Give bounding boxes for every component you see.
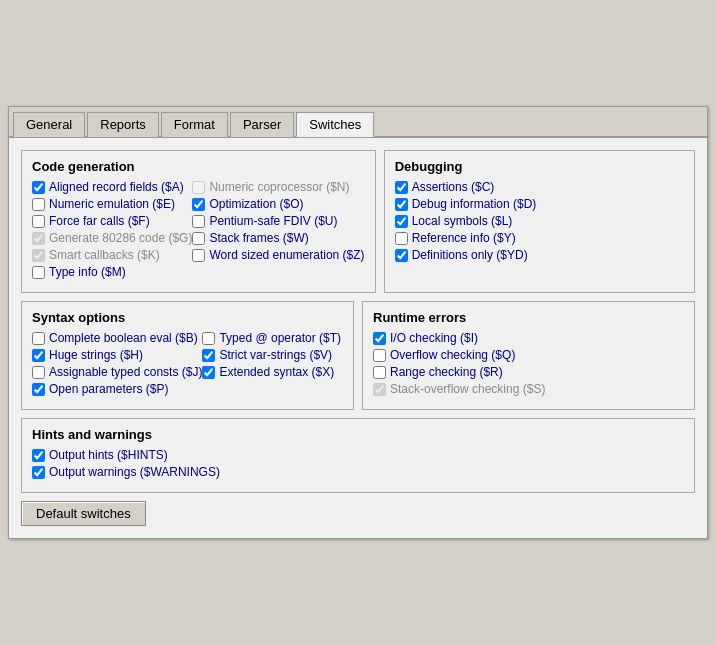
checkbox[interactable] <box>395 232 408 245</box>
checkbox-row: Assertions ($C) <box>395 180 684 194</box>
checkbox-label: Numeric coprocessor ($N) <box>209 180 349 194</box>
checkbox-row: Pentium-safe FDIV ($U) <box>192 214 364 228</box>
checkbox-label: Pentium-safe FDIV ($U) <box>209 214 337 228</box>
checkbox-row: Local symbols ($L) <box>395 214 684 228</box>
syntax-left: Complete boolean eval ($B)Huge strings (… <box>32 331 202 399</box>
checkbox[interactable] <box>32 266 45 279</box>
checkbox-row: Complete boolean eval ($B) <box>32 331 202 345</box>
checkbox-label: Huge strings ($H) <box>49 348 143 362</box>
checkbox-label: Strict var-strings ($V) <box>219 348 332 362</box>
content-area: Code generation Aligned record fields ($… <box>9 138 707 538</box>
tab-switches[interactable]: Switches <box>296 112 374 137</box>
checkbox-label: Aligned record fields ($A) <box>49 180 184 194</box>
checkbox <box>373 383 386 396</box>
checkbox-label: Output warnings ($WARNINGS) <box>49 465 220 479</box>
checkbox-label: Reference info ($Y) <box>412 231 516 245</box>
checkbox <box>32 232 45 245</box>
checkbox-label: Typed @ operator ($T) <box>219 331 341 345</box>
checkbox-label: Definitions only ($YD) <box>412 248 528 262</box>
checkbox-row: Numeric emulation ($E) <box>32 197 192 211</box>
checkbox-row: Strict var-strings ($V) <box>202 348 343 362</box>
checkbox[interactable] <box>32 449 45 462</box>
checkbox[interactable] <box>32 332 45 345</box>
checkbox-label: Generate 80286 code ($G) <box>49 231 192 245</box>
checkbox-row: Stack-overflow checking ($S) <box>373 382 684 396</box>
syntax-panel: Syntax options Complete boolean eval ($B… <box>21 301 354 410</box>
checkbox[interactable] <box>192 215 205 228</box>
checkbox[interactable] <box>202 332 215 345</box>
checkbox[interactable] <box>192 232 205 245</box>
checkbox-label: Complete boolean eval ($B) <box>49 331 198 345</box>
checkbox-row: Definitions only ($YD) <box>395 248 684 262</box>
checkbox-label: Range checking ($R) <box>390 365 503 379</box>
checkbox-row: Reference info ($Y) <box>395 231 684 245</box>
tab-general[interactable]: General <box>13 112 85 137</box>
code-generation-title: Code generation <box>32 159 365 174</box>
checkbox-row: Output warnings ($WARNINGS) <box>32 465 684 479</box>
tab-parser[interactable]: Parser <box>230 112 294 137</box>
checkbox-row: Debug information ($D) <box>395 197 684 211</box>
code-generation-left: Aligned record fields ($A)Numeric emulat… <box>32 180 365 282</box>
checkbox[interactable] <box>202 349 215 362</box>
checkbox-row: Overflow checking ($Q) <box>373 348 684 362</box>
checkbox-row: Force far calls ($F) <box>32 214 192 228</box>
checkbox-label: Type info ($M) <box>49 265 126 279</box>
checkbox-row: Word sized enumeration ($Z) <box>192 248 364 262</box>
checkbox-row: Type info ($M) <box>32 265 192 279</box>
checkbox[interactable] <box>395 181 408 194</box>
checkbox[interactable] <box>32 383 45 396</box>
runtime-panel: Runtime errors I/O checking ($I)Overflow… <box>362 301 695 410</box>
checkbox-label: Word sized enumeration ($Z) <box>209 248 364 262</box>
checkbox-label: Assignable typed consts ($J) <box>49 365 202 379</box>
checkbox-label: Assertions ($C) <box>412 180 495 194</box>
checkbox <box>192 181 205 194</box>
hints-title: Hints and warnings <box>32 427 684 442</box>
checkbox[interactable] <box>32 366 45 379</box>
runtime-title: Runtime errors <box>373 310 684 325</box>
checkbox[interactable] <box>395 215 408 228</box>
checkbox-label: Local symbols ($L) <box>412 214 513 228</box>
checkbox[interactable] <box>32 349 45 362</box>
checkbox-row: Assignable typed consts ($J) <box>32 365 202 379</box>
checkbox-label: Stack-overflow checking ($S) <box>390 382 545 396</box>
checkbox-row: Optimization ($O) <box>192 197 364 211</box>
checkbox-row: Open parameters ($P) <box>32 382 202 396</box>
code-generation-panel: Code generation Aligned record fields ($… <box>21 150 376 293</box>
checkbox[interactable] <box>32 466 45 479</box>
syntax-right: Typed @ operator ($T)Strict var-strings … <box>202 331 343 399</box>
checkbox[interactable] <box>373 366 386 379</box>
checkbox[interactable] <box>373 332 386 345</box>
tab-bar: General Reports Format Parser Switches <box>9 107 707 138</box>
checkbox-row: Numeric coprocessor ($N) <box>192 180 364 194</box>
debugging-title: Debugging <box>395 159 684 174</box>
checkbox[interactable] <box>373 349 386 362</box>
checkbox[interactable] <box>202 366 215 379</box>
syntax-title: Syntax options <box>32 310 343 325</box>
checkbox[interactable] <box>32 198 45 211</box>
checkbox-row: Huge strings ($H) <box>32 348 202 362</box>
checkbox <box>32 249 45 262</box>
checkbox-label: Overflow checking ($Q) <box>390 348 515 362</box>
checkbox-row: Extended syntax ($X) <box>202 365 343 379</box>
checkbox[interactable] <box>395 249 408 262</box>
checkbox-row: Stack frames ($W) <box>192 231 364 245</box>
hints-panel: Hints and warnings Output hints ($HINTS)… <box>21 418 695 493</box>
checkbox-label: Smart callbacks ($K) <box>49 248 160 262</box>
default-switches-button[interactable]: Default switches <box>21 501 146 526</box>
checkbox[interactable] <box>192 198 205 211</box>
main-window: General Reports Format Parser Switches C… <box>8 106 708 539</box>
checkbox[interactable] <box>32 181 45 194</box>
top-panels: Code generation Aligned record fields ($… <box>21 150 695 293</box>
checkbox-row: Range checking ($R) <box>373 365 684 379</box>
tab-reports[interactable]: Reports <box>87 112 159 137</box>
checkbox-label: Numeric emulation ($E) <box>49 197 175 211</box>
bottom-panels: Syntax options Complete boolean eval ($B… <box>21 301 695 410</box>
checkbox[interactable] <box>192 249 205 262</box>
debugging-items: Assertions ($C)Debug information ($D)Loc… <box>395 180 684 262</box>
checkbox-label: Open parameters ($P) <box>49 382 168 396</box>
checkbox-row: Smart callbacks ($K) <box>32 248 192 262</box>
checkbox-row: Aligned record fields ($A) <box>32 180 192 194</box>
tab-format[interactable]: Format <box>161 112 228 137</box>
checkbox[interactable] <box>395 198 408 211</box>
checkbox[interactable] <box>32 215 45 228</box>
